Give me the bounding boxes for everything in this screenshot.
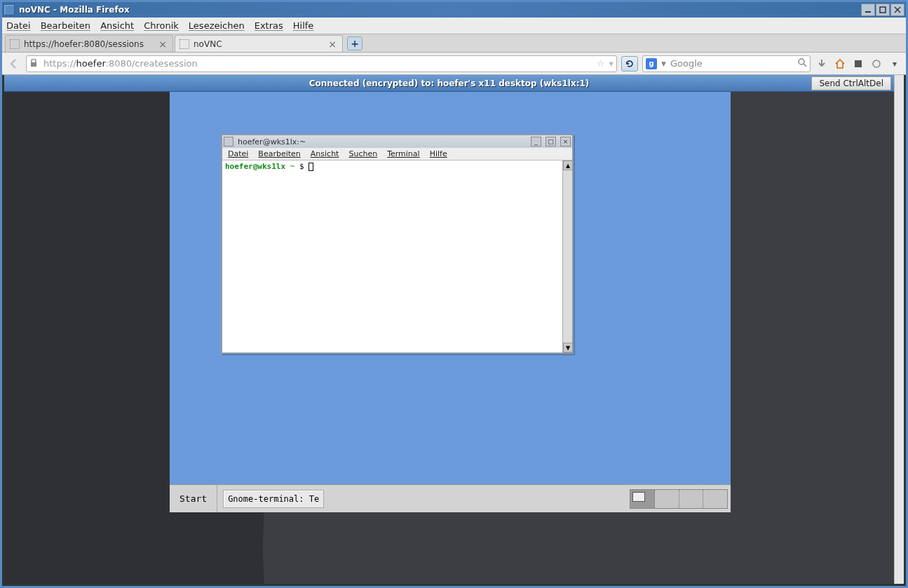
workspace-pager[interactable]: [630, 489, 728, 509]
terminal-menu-file[interactable]: Datei: [228, 149, 248, 158]
lock-icon: [29, 59, 39, 69]
dropdown-icon[interactable]: ▾: [609, 58, 614, 69]
terminal-minimize-button[interactable]: _: [531, 137, 541, 146]
terminal-app-icon: [224, 137, 233, 146]
terminal-title: hoefer@wks1lx:~: [238, 137, 527, 146]
menu-history[interactable]: Chronik: [144, 20, 179, 31]
tab-novnc[interactable]: noVNC ×: [175, 35, 343, 52]
home-icon[interactable]: [833, 57, 847, 71]
menu-view[interactable]: Ansicht: [100, 20, 134, 31]
terminal-menu-help[interactable]: Hilfe: [430, 149, 447, 158]
search-icon[interactable]: [797, 57, 807, 69]
scroll-down-icon[interactable]: ▼: [563, 343, 573, 353]
svg-line-6: [804, 64, 806, 67]
browser-content: Connected (encrypted) to: hoefer's x11 d…: [4, 75, 904, 584]
dropdown-icon[interactable]: ▼: [661, 60, 666, 67]
search-bar[interactable]: g ▼ Google: [642, 55, 811, 72]
tab-favicon: [10, 39, 20, 49]
terminal-text[interactable]: hoefer@wks1lx ~ $: [222, 160, 562, 353]
svg-rect-7: [855, 60, 862, 67]
firefox-app-icon: [4, 4, 15, 15]
browser-scrollbar[interactable]: [894, 75, 904, 584]
tab-close-icon[interactable]: ×: [327, 39, 338, 50]
search-placeholder: Google: [670, 58, 793, 69]
tab-favicon: [179, 39, 189, 49]
firefox-menubar: Datei Bearbeiten Ansicht Chronik Lesezei…: [2, 18, 906, 34]
terminal-menu-terminal[interactable]: Terminal: [387, 149, 420, 158]
menu-tools[interactable]: Extras: [255, 20, 283, 31]
close-button[interactable]: [890, 4, 904, 16]
terminal-menubar: Datei Bearbeiten Ansicht Suchen Terminal…: [222, 148, 572, 160]
svg-point-8: [873, 60, 880, 67]
workspace-4[interactable]: [703, 490, 727, 508]
novnc-status-bar: Connected (encrypted) to: hoefer's x11 d…: [4, 75, 894, 92]
downloads-icon[interactable]: [815, 57, 829, 71]
remote-taskbar: Start Gnome-terminal: Te: [170, 484, 731, 512]
bookmark-star-icon[interactable]: ☆: [597, 58, 605, 69]
svg-point-5: [799, 59, 804, 64]
tab-label: https://hoefer:8080/sessions: [24, 39, 153, 49]
menu-bookmarks[interactable]: Lesezeichen: [189, 20, 245, 31]
tab-sessions[interactable]: https://hoefer:8080/sessions ×: [5, 35, 173, 52]
remote-desktop[interactable]: hoefer@wks1lx:~ _ □ × Datei Bearbeiten A…: [170, 92, 731, 512]
search-engine-icon[interactable]: g: [646, 58, 657, 69]
scroll-up-icon[interactable]: ▲: [563, 160, 573, 170]
new-tab-button[interactable]: +: [347, 36, 362, 50]
url-bar[interactable]: https://hoefer:8080/createsession ☆ ▾: [26, 55, 617, 72]
menu-file[interactable]: Datei: [6, 20, 31, 31]
terminal-menu-edit[interactable]: Bearbeiten: [258, 149, 300, 158]
send-ctrlaltdel-button[interactable]: Send CtrlAltDel: [811, 76, 891, 90]
url-text: https://hoefer:8080/createsession: [43, 58, 592, 69]
maximize-button[interactable]: [876, 4, 890, 16]
terminal-scrollbar[interactable]: ▲ ▼: [562, 160, 572, 353]
reload-button[interactable]: [621, 56, 638, 71]
start-button[interactable]: Start: [170, 485, 217, 512]
taskbar-item-terminal[interactable]: Gnome-terminal: Te: [223, 490, 324, 508]
terminal-cursor: [309, 163, 313, 171]
terminal-body[interactable]: hoefer@wks1lx ~ $ ▲ ▼: [222, 160, 572, 353]
remote-background: hoefer@wks1lx:~ _ □ × Datei Bearbeiten A…: [4, 92, 894, 584]
addon-icon[interactable]: [851, 57, 865, 71]
workspace-1[interactable]: [630, 490, 655, 508]
firefox-toolbar: https://hoefer:8080/createsession ☆ ▾ g …: [2, 53, 906, 75]
menu-icon[interactable]: ▾: [888, 57, 902, 71]
terminal-maximize-button[interactable]: □: [546, 137, 556, 146]
tab-label: noVNC: [194, 39, 323, 49]
pager-window-icon: [632, 492, 645, 502]
terminal-close-button[interactable]: ×: [560, 137, 571, 146]
workspace-3[interactable]: [679, 490, 704, 508]
firefox-tabbar: https://hoefer:8080/sessions × noVNC × +: [2, 34, 906, 53]
firefox-titlebar: noVNC - Mozilla Firefox: [2, 2, 906, 18]
back-button[interactable]: [6, 56, 22, 71]
tab-close-icon[interactable]: ×: [157, 39, 168, 50]
window-title: noVNC - Mozilla Firefox: [19, 5, 860, 15]
minimize-button[interactable]: [861, 4, 875, 16]
terminal-titlebar[interactable]: hoefer@wks1lx:~ _ □ ×: [222, 135, 572, 148]
terminal-window[interactable]: hoefer@wks1lx:~ _ □ × Datei Bearbeiten A…: [221, 134, 574, 354]
addon-icon-2[interactable]: [869, 57, 883, 71]
menu-edit[interactable]: Bearbeiten: [41, 20, 90, 31]
svg-rect-4: [31, 62, 36, 67]
menu-help[interactable]: Hilfe: [293, 20, 314, 31]
svg-rect-1: [880, 7, 886, 13]
terminal-menu-view[interactable]: Ansicht: [311, 149, 339, 158]
workspace-2[interactable]: [655, 490, 679, 508]
novnc-status-text: Connected (encrypted) to: hoefer's x11 d…: [309, 78, 590, 88]
terminal-menu-search[interactable]: Suchen: [348, 149, 377, 158]
